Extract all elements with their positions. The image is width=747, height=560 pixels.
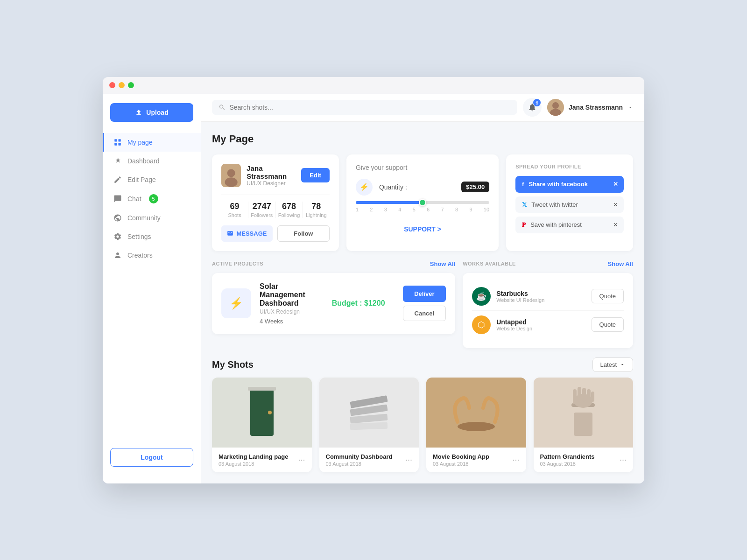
door-illustration bbox=[246, 385, 278, 441]
dashboard-icon bbox=[113, 157, 122, 165]
message-label: MESSAGE bbox=[236, 230, 267, 237]
slider-labels: 1 2 3 4 5 6 7 8 9 10 bbox=[356, 207, 489, 212]
search-input[interactable] bbox=[229, 104, 511, 111]
upload-label: Upload bbox=[146, 109, 168, 116]
user-name: Jana Strassmann bbox=[569, 104, 623, 111]
shot-text-2: Community Dashboard 03 August 2018 bbox=[326, 453, 393, 467]
sidebar-label-creators: Creators bbox=[127, 252, 153, 259]
shot-card-3: Movie Booking App 03 August 2018 ··· bbox=[426, 378, 526, 472]
svg-point-5 bbox=[552, 102, 559, 109]
support-button[interactable]: SUPPORT > bbox=[356, 222, 489, 237]
notification-button[interactable]: 6 bbox=[523, 98, 542, 117]
sidebar-item-my-page[interactable]: My page bbox=[103, 133, 201, 152]
close-pinterest-button[interactable]: ✕ bbox=[613, 221, 618, 228]
shots-header: My Shots Latest bbox=[212, 357, 633, 372]
close-twitter-button[interactable]: ✕ bbox=[613, 201, 618, 208]
top-row: Jana Strassmann UI/UX Designer Edit 69 S… bbox=[212, 154, 633, 251]
profile-stats: 69 Shots 2747 Followers 678 Following bbox=[221, 195, 330, 218]
project-duration: 4 Weeks bbox=[260, 318, 314, 325]
close-dot[interactable] bbox=[109, 82, 115, 88]
quantity-row: ⚡ Quantity : $25.00 bbox=[356, 179, 489, 196]
active-projects-show-all[interactable]: Show All bbox=[430, 260, 455, 267]
share-twitter-button[interactable]: 𝕏 Tweet with twitter ✕ bbox=[515, 196, 624, 213]
cancel-button[interactable]: Cancel bbox=[403, 306, 446, 321]
spread-title: SPREAD YOUR PROFILE bbox=[515, 164, 624, 169]
sidebar-item-creators[interactable]: Creators bbox=[103, 246, 201, 265]
chat-icon bbox=[113, 195, 122, 203]
profile-card: Jana Strassmann UI/UX Designer Edit 69 S… bbox=[212, 154, 339, 251]
shot-name-2: Community Dashboard bbox=[326, 453, 393, 460]
creators-icon bbox=[113, 251, 122, 259]
minimize-dot[interactable] bbox=[119, 82, 125, 88]
works-show-all[interactable]: Show All bbox=[608, 260, 633, 267]
notification-badge: 6 bbox=[533, 99, 541, 106]
my-shots-section: My Shots Latest bbox=[212, 357, 633, 472]
shot-info-1: Marketing Landing page 03 August 2018 ··… bbox=[212, 448, 312, 472]
sidebar-item-edit-page[interactable]: Edit Page bbox=[103, 170, 201, 189]
close-facebook-button[interactable]: ✕ bbox=[613, 181, 618, 188]
sidebar-item-chat[interactable]: Chat 5 bbox=[103, 189, 201, 209]
svg-rect-3 bbox=[119, 143, 121, 145]
shot-menu-1[interactable]: ··· bbox=[298, 455, 305, 465]
sidebar-item-dashboard[interactable]: Dashboard bbox=[103, 152, 201, 170]
starbucks-quote-button[interactable]: Quote bbox=[592, 289, 624, 303]
spread-card: SPREAD YOUR PROFILE f Share with faceboo… bbox=[506, 154, 633, 251]
shot-date-1: 03 August 2018 bbox=[218, 461, 289, 467]
settings-icon bbox=[113, 232, 122, 241]
svg-rect-18 bbox=[574, 413, 592, 436]
shot-card-2: Community Dashboard 03 August 2018 ··· bbox=[319, 378, 419, 472]
starbucks-type: Website UI Redesign bbox=[496, 297, 585, 303]
shot-name-3: Movie Booking App bbox=[433, 453, 489, 460]
edit-button[interactable]: Edit bbox=[301, 168, 330, 182]
message-button[interactable]: MESSAGE bbox=[221, 225, 273, 242]
slider-thumb[interactable] bbox=[419, 199, 426, 206]
facebook-icon: f bbox=[522, 181, 524, 188]
facebook-label: Share with facebook bbox=[529, 181, 587, 188]
sidebar-item-settings[interactable]: Settings bbox=[103, 227, 201, 246]
search-box bbox=[212, 100, 517, 115]
shot-menu-2[interactable]: ··· bbox=[405, 455, 412, 465]
share-facebook-button[interactable]: f Share with facebook ✕ bbox=[515, 176, 624, 193]
shot-info-3: Movie Booking App 03 August 2018 ··· bbox=[426, 448, 526, 472]
stat-lightning: 78 Lightning bbox=[303, 202, 330, 218]
stat-following: 678 Following bbox=[275, 202, 303, 218]
page-icon bbox=[113, 138, 122, 147]
deliver-button[interactable]: Deliver bbox=[403, 286, 446, 302]
shot-thumb-2 bbox=[319, 378, 419, 448]
chevron-down-icon bbox=[627, 105, 633, 110]
latest-button[interactable]: Latest bbox=[592, 357, 633, 372]
chevron-down-icon bbox=[620, 362, 625, 367]
middle-row: ACTIVE PROJECTS Show All ⚡ Solar Managem… bbox=[212, 260, 633, 348]
shot-name-1: Marketing Landing page bbox=[218, 453, 289, 460]
traffic-lights bbox=[109, 82, 134, 88]
svg-rect-22 bbox=[578, 387, 581, 402]
project-budget: Budget : $1200 bbox=[332, 299, 385, 308]
upload-icon bbox=[135, 109, 142, 116]
maximize-dot[interactable] bbox=[128, 82, 134, 88]
project-name: Solar Management Dashboard bbox=[260, 282, 314, 308]
svg-point-12 bbox=[268, 411, 272, 414]
sidebar-item-community[interactable]: Community bbox=[103, 209, 201, 227]
chat-badge: 5 bbox=[149, 194, 158, 203]
slider-track bbox=[356, 201, 489, 204]
shot-menu-3[interactable]: ··· bbox=[512, 455, 519, 465]
profile-role: UI/UX Designer bbox=[247, 180, 296, 187]
untapped-quote-button[interactable]: Quote bbox=[592, 317, 624, 332]
share-pinterest-button[interactable]: 𝐏 Save with pinterest ✕ bbox=[515, 217, 624, 233]
profile-avatar bbox=[221, 164, 241, 187]
svg-rect-24 bbox=[587, 389, 591, 402]
horns-illustration bbox=[448, 394, 504, 431]
project-info: Solar Management Dashboard UI/UX Redesig… bbox=[260, 282, 314, 325]
shots-grid: Marketing Landing page 03 August 2018 ··… bbox=[212, 378, 633, 472]
shot-date-3: 03 August 2018 bbox=[433, 461, 489, 467]
follow-button[interactable]: Follow bbox=[277, 225, 330, 242]
shots-label: Shots bbox=[221, 212, 248, 218]
sidebar-label-my-page: My page bbox=[127, 139, 153, 146]
shot-menu-4[interactable]: ··· bbox=[620, 455, 627, 465]
svg-point-9 bbox=[225, 177, 238, 187]
user-menu[interactable]: Jana Strassmann bbox=[547, 99, 633, 116]
quantity-label: Quantity : bbox=[379, 183, 407, 191]
logout-button[interactable]: Logout bbox=[110, 448, 193, 467]
untapped-logo: ⬡ bbox=[472, 315, 491, 334]
upload-button[interactable]: Upload bbox=[110, 103, 193, 122]
